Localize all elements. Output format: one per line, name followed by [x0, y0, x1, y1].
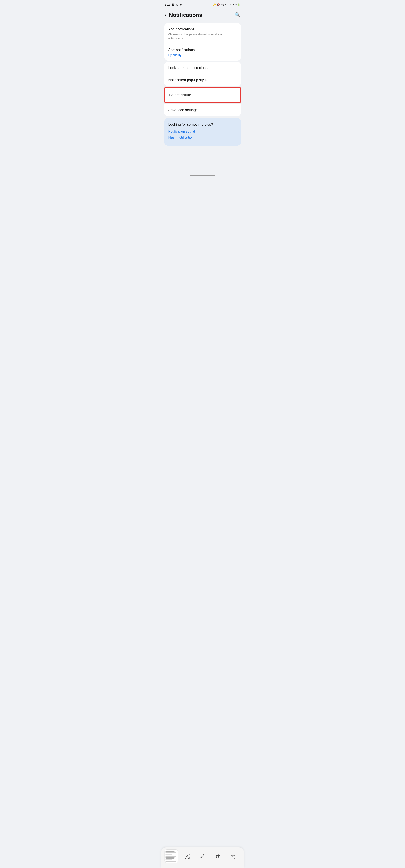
do-not-disturb-title: Do not disturb: [169, 93, 236, 97]
page-title: Notifications: [169, 12, 202, 18]
app-notifications-title: App notifications: [168, 27, 237, 32]
status-clock-icon: ⏱: [176, 3, 178, 6]
app-notifications-subtitle: Choose which apps are allowed to send yo…: [168, 32, 237, 40]
mute-icon: 🔇: [217, 3, 220, 6]
advanced-settings-item[interactable]: Advanced settings: [164, 104, 241, 116]
flash-notification-link[interactable]: Flash notification: [168, 135, 237, 140]
suggestion-card: Looking for something else? Notification…: [164, 118, 241, 146]
lock-screen-title: Lock screen notifications: [168, 66, 237, 70]
battery-icon: 89%🔋: [232, 3, 240, 6]
key-icon: 🔑: [213, 3, 216, 6]
status-nav-icon: ➤: [180, 3, 182, 6]
popup-style-item[interactable]: Notification pop-up style: [164, 74, 241, 86]
home-indicator: [190, 175, 215, 176]
page-header: ‹ Notifications 🔍: [161, 8, 244, 22]
advanced-settings-card: Advanced settings: [164, 104, 241, 116]
do-not-disturb-item[interactable]: Do not disturb: [165, 88, 240, 102]
lock-screen-item[interactable]: Lock screen notifications: [164, 62, 241, 74]
app-notifications-item[interactable]: App notifications Choose which apps are …: [164, 23, 241, 44]
section-2-card: Lock screen notifications Notification p…: [164, 62, 241, 86]
suggestion-title: Looking for something else?: [168, 123, 237, 127]
signal-icon: 4G+: [225, 4, 229, 6]
advanced-settings-title: Advanced settings: [168, 108, 237, 112]
dnd-highlighted-card: Do not disturb: [164, 88, 241, 103]
vowifi-icon: Vo): [221, 4, 224, 6]
search-button[interactable]: 🔍: [235, 12, 240, 18]
header-left: ‹ Notifications: [164, 11, 202, 19]
sort-notifications-title: Sort notifications: [168, 48, 237, 52]
sort-notifications-value: By priority: [168, 53, 237, 57]
notification-sound-link[interactable]: Notification sound: [168, 130, 237, 133]
status-gallery-icon: 🖼: [172, 3, 174, 6]
section-1-card: App notifications Choose which apps are …: [164, 23, 241, 61]
status-bar: 1:13 🖼 ⏱ ➤ 🔑 🔇 Vo) 4G+ ▲ 89%🔋: [161, 0, 244, 8]
sort-notifications-item[interactable]: Sort notifications By priority: [164, 44, 241, 60]
popup-style-title: Notification pop-up style: [168, 78, 237, 83]
signal-bars-icon: ▲: [230, 4, 232, 6]
status-time: 1:13 🖼 ⏱ ➤: [165, 3, 182, 6]
status-right-icons: 🔑 🔇 Vo) 4G+ ▲ 89%🔋: [213, 3, 240, 6]
back-button[interactable]: ‹: [164, 11, 167, 19]
